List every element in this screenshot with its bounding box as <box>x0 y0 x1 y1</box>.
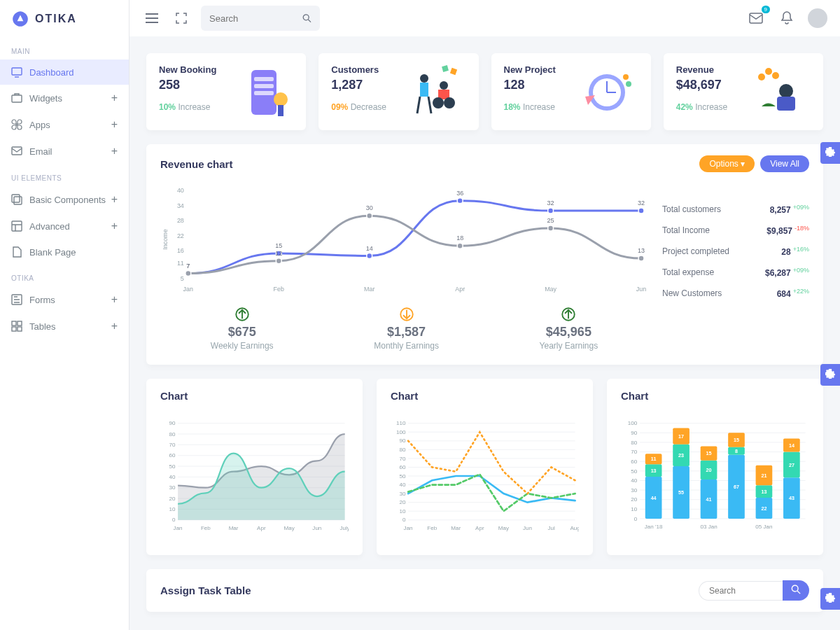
briefcase-icon <box>11 92 22 104</box>
svg-text:Apr: Apr <box>475 525 484 531</box>
options-button[interactable]: Options ▾ <box>699 155 755 172</box>
nav-label: Email <box>29 146 52 157</box>
sidebar-item-blank-page[interactable]: Blank Page <box>0 239 129 265</box>
stat-card-new-project: New Project12818% Increase <box>491 53 651 130</box>
side-stat-value: 28 <box>781 247 790 257</box>
expand-icon: + <box>111 220 118 232</box>
side-stat-label: Total expense <box>662 267 714 277</box>
edit-icon <box>11 294 22 305</box>
svg-point-56 <box>457 198 463 204</box>
stat-title: New Booking <box>159 64 216 75</box>
side-stat: New Customers684+22% <box>662 283 809 304</box>
svg-text:28: 28 <box>177 217 184 224</box>
stat-change: 10% Increase <box>159 102 216 112</box>
svg-rect-0 <box>12 68 22 75</box>
expand-icon: + <box>111 145 118 158</box>
settings-gear-3[interactable] <box>820 588 840 610</box>
revenue-title: Revenue chart <box>160 158 232 170</box>
gear-icon <box>825 368 836 379</box>
svg-text:May: May <box>545 286 556 293</box>
chart-card-2: Chart 0102030405060708090100110JanFebMar… <box>377 379 593 555</box>
svg-text:Aug: Aug <box>570 525 579 531</box>
svg-text:70: 70 <box>169 442 176 448</box>
svg-text:60: 60 <box>631 458 637 465</box>
side-stat-delta: +22% <box>793 288 809 295</box>
svg-text:22: 22 <box>761 506 766 512</box>
sidebar-item-apps[interactable]: Apps+ <box>0 111 129 138</box>
sidebar-item-advanced[interactable]: Advanced+ <box>0 213 129 239</box>
svg-rect-2 <box>12 147 22 155</box>
svg-text:36: 36 <box>456 190 463 197</box>
search-input[interactable] <box>209 13 302 24</box>
expand-icon: + <box>111 92 118 104</box>
sidebar-item-tables[interactable]: Tables+ <box>0 313 129 340</box>
nav-label: Forms <box>29 295 55 305</box>
svg-text:Jan: Jan <box>174 525 183 531</box>
stat-title: New Project <box>504 64 556 75</box>
notification-button[interactable] <box>777 8 797 28</box>
svg-text:60: 60 <box>169 452 176 458</box>
sidebar: OTIKA MAINDashboardWidgets+Apps+Email+UI… <box>0 0 130 630</box>
mail-icon <box>749 13 763 24</box>
stat-value: 128 <box>504 78 556 92</box>
table-search-button[interactable] <box>783 580 809 601</box>
svg-point-54 <box>367 253 372 259</box>
svg-rect-16 <box>254 91 274 95</box>
earning-label: Monthly Earnings <box>374 341 439 351</box>
earning-value: $1,587 <box>374 325 439 340</box>
svg-rect-10 <box>18 327 22 331</box>
stat-illustration <box>230 64 293 120</box>
svg-text:Mar: Mar <box>451 525 461 531</box>
settings-gear-1[interactable] <box>820 142 840 164</box>
svg-text:Mar: Mar <box>229 525 239 531</box>
header-search[interactable] <box>201 6 320 31</box>
svg-text:10: 10 <box>400 508 406 514</box>
svg-point-21 <box>440 81 448 90</box>
svg-text:July: July <box>340 525 349 531</box>
sidebar-item-forms[interactable]: Forms+ <box>0 286 129 313</box>
svg-text:30: 30 <box>400 491 406 497</box>
side-stat-delta: -18% <box>794 225 809 232</box>
svg-text:7: 7 <box>186 262 190 270</box>
stat-change: 18% Increase <box>504 102 556 112</box>
svg-rect-20 <box>420 83 428 97</box>
side-stat-label: Total Income <box>662 225 710 235</box>
svg-rect-32 <box>777 97 795 111</box>
mail-badge: 9 <box>762 6 770 13</box>
table-search-input[interactable] <box>699 581 783 601</box>
stacked-bar-chart: 0102030405060708090100441311Jan '1855231… <box>621 413 809 539</box>
sidebar-item-basic-components[interactable]: Basic Components+ <box>0 186 129 213</box>
svg-text:18: 18 <box>456 234 463 241</box>
svg-text:30: 30 <box>631 487 637 493</box>
settings-gear-2[interactable] <box>820 364 840 386</box>
sidebar-item-email[interactable]: Email+ <box>0 138 129 164</box>
svg-text:Jun: Jun <box>312 525 321 531</box>
sidebar-item-dashboard[interactable]: Dashboard <box>0 59 129 85</box>
top-header: 9 <box>130 0 840 36</box>
svg-text:0: 0 <box>402 517 406 523</box>
nav-label: Blank Page <box>29 247 76 258</box>
grid-icon <box>11 321 22 332</box>
svg-text:50: 50 <box>169 463 176 470</box>
expand-icon: + <box>111 293 118 306</box>
svg-text:03 Jan: 03 Jan <box>700 524 717 530</box>
revenue-chart-card: Revenue chart Options ▾ View All 5111622… <box>146 144 823 365</box>
svg-point-24 <box>444 97 455 108</box>
expand-icon: + <box>111 193 118 206</box>
sidebar-item-widgets[interactable]: Widgets+ <box>0 85 129 111</box>
side-stat-label: Total customers <box>662 204 721 214</box>
viewall-button[interactable]: View All <box>760 155 809 172</box>
user-avatar[interactable] <box>808 8 827 28</box>
svg-text:90: 90 <box>169 420 176 426</box>
svg-rect-9 <box>12 327 16 331</box>
svg-text:Jan '18: Jan '18 <box>645 524 663 530</box>
menu-toggle-icon[interactable] <box>142 8 162 28</box>
table-search <box>699 580 809 601</box>
svg-rect-12 <box>750 13 762 23</box>
mail-button[interactable]: 9 <box>746 8 766 28</box>
svg-text:43: 43 <box>789 496 794 501</box>
assign-task-title: Assign Task Table <box>160 584 251 596</box>
fullscreen-icon[interactable] <box>172 8 191 28</box>
logo[interactable]: OTIKA <box>0 0 129 38</box>
svg-rect-25 <box>449 68 456 75</box>
